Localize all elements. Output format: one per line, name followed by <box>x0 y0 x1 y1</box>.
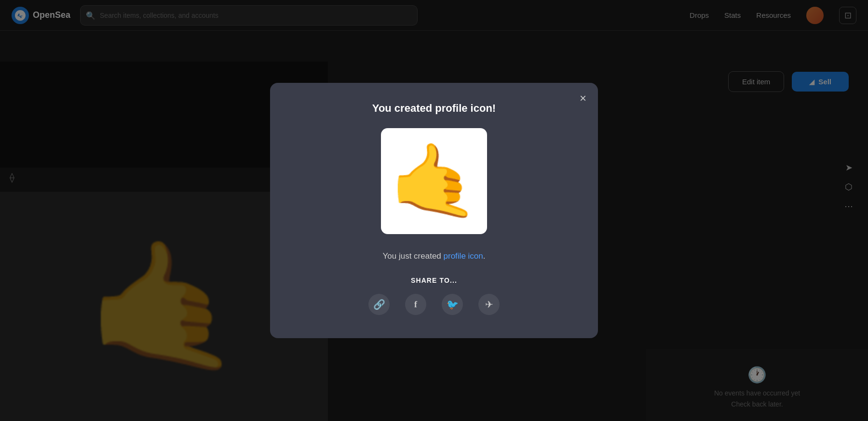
twitter-icon: 🐦 <box>447 299 459 310</box>
modal-description: You just created profile icon. <box>383 251 486 261</box>
share-facebook-button[interactable]: f <box>405 294 426 315</box>
share-telegram-button[interactable]: ✈ <box>478 294 500 315</box>
share-icons-row: 🔗 f 🐦 ✈ <box>368 294 500 315</box>
modal-close-button[interactable]: × <box>580 92 586 104</box>
share-link-button[interactable]: 🔗 <box>368 294 390 315</box>
facebook-icon: f <box>414 300 417 310</box>
share-label: SHARE TO... <box>411 276 457 284</box>
modal: × You created profile icon! 🤙 You just c… <box>270 83 598 338</box>
modal-nft-image: 🤙 <box>381 128 487 234</box>
telegram-icon: ✈ <box>485 299 493 310</box>
modal-backdrop[interactable]: × You created profile icon! 🤙 You just c… <box>0 0 868 421</box>
share-twitter-button[interactable]: 🐦 <box>442 294 463 315</box>
profile-icon-link[interactable]: profile icon <box>444 251 483 261</box>
modal-nft-emoji: 🤙 <box>389 139 479 224</box>
modal-title: You created profile icon! <box>372 102 496 115</box>
link-icon: 🔗 <box>373 299 385 310</box>
